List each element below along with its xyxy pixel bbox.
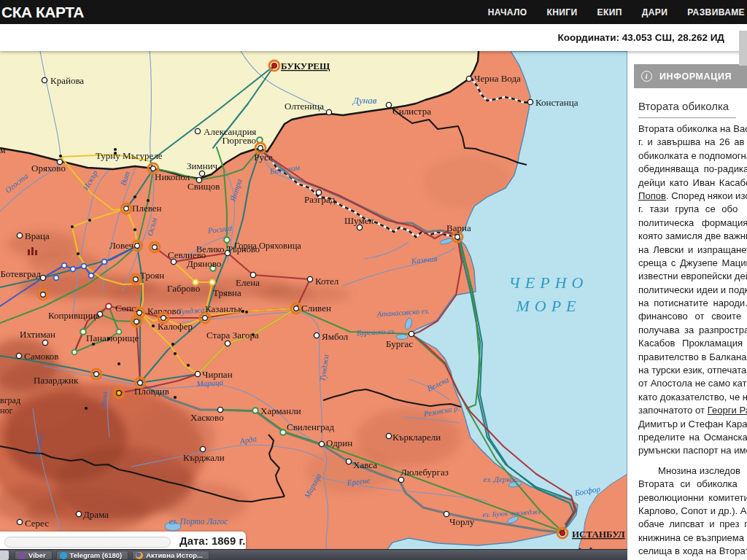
city-marker-core[interactable] [272, 63, 277, 69]
city-marker-Александрия[interactable] [195, 128, 200, 133]
city-marker-core[interactable] [133, 277, 139, 282]
city-marker-core[interactable] [135, 244, 140, 249]
nav-item-nachalo[interactable]: НАЧАЛО [488, 7, 527, 18]
route-node[interactable] [71, 267, 76, 272]
city-marker-Ямбол[interactable] [314, 332, 319, 338]
city-marker-Свиленград[interactable] [280, 429, 286, 435]
city-label-Люлебургаз: Люлебургаз [400, 467, 449, 478]
nav-item-ekip[interactable]: ЕКИП [597, 7, 622, 18]
waypoint-dot[interactable] [171, 343, 174, 346]
sidebar-text-line: дейци като Иван Касабо [638, 176, 747, 190]
city-marker-core[interactable] [560, 531, 565, 536]
city-marker-core[interactable] [117, 391, 122, 396]
city-marker-core[interactable] [94, 372, 99, 377]
city-label-Крайова: Крайова [50, 75, 84, 86]
city-marker-Одрин[interactable] [319, 441, 324, 446]
city-marker-Ботевград[interactable] [40, 275, 45, 280]
city-marker-Сопот[interactable] [106, 303, 112, 309]
taskbar-app-viber[interactable]: Viber [15, 551, 53, 560]
city-marker-Черна Вода[interactable] [466, 76, 471, 81]
sidebar-link[interactable]: Георги Ра [708, 405, 747, 416]
map-canvas[interactable]: КрайоваБУКУРЕЩАлександрияОлтеницаТурну М… [0, 51, 627, 560]
city-marker-core[interactable] [294, 306, 299, 311]
city-label-Драма: Драма [83, 509, 109, 520]
city-marker-Враца[interactable] [17, 233, 22, 238]
city-marker-core[interactable] [124, 206, 129, 211]
waypoint-dot[interactable] [133, 195, 136, 198]
city-label-Сливен: Сливен [301, 303, 331, 314]
city-marker-core[interactable] [455, 235, 460, 240]
city-marker-Горна Оряховица[interactable] [224, 237, 230, 243]
waypoint-dot[interactable] [174, 352, 177, 355]
waypoint-dot[interactable] [174, 396, 177, 399]
city-marker-core[interactable] [152, 245, 158, 250]
main-nav: НАЧАЛОКНИГИЕКИПДАРИРАЗВИВАМЕ [488, 7, 745, 18]
sidebar-text-line: Втората обиколка на Васи [638, 122, 747, 136]
city-marker-Чорлу[interactable] [444, 511, 449, 516]
city-marker-Драма[interactable] [76, 511, 81, 516]
city-marker-Силистра[interactable] [386, 102, 391, 107]
taskbar-app-firefox[interactable]: Активна Истор... [132, 551, 209, 560]
city-marker-Кърджали[interactable] [200, 446, 205, 451]
route-node[interactable] [89, 273, 94, 279]
waypoint-dot[interactable] [85, 407, 88, 410]
city-marker-Панагюрище[interactable] [80, 329, 86, 335]
city-marker-Харманли[interactable] [252, 408, 258, 413]
city-marker-core[interactable] [138, 381, 143, 386]
city-label-Трявна: Трявна [213, 287, 241, 298]
city-marker-Кърклaрели[interactable] [386, 433, 391, 438]
taskbar-app-telegram[interactable]: Telegram (6180) [56, 551, 129, 560]
route-node[interactable] [72, 350, 77, 355]
city-marker-core[interactable] [41, 292, 46, 298]
waypoint-dot[interactable] [187, 364, 190, 367]
city-marker-Хавса[interactable] [346, 459, 351, 464]
city-marker-Трявна[interactable] [209, 279, 215, 285]
city-marker-Котел[interactable] [307, 276, 312, 281]
city-marker-Стара Загора[interactable] [225, 341, 230, 346]
waypoint-dot[interactable] [147, 199, 150, 202]
waypoint-dot[interactable] [245, 311, 248, 314]
nav-item-dari[interactable]: ДАРИ [642, 7, 667, 18]
city-marker-Чирпан[interactable] [195, 371, 200, 376]
sidebar-text-line: Карлово, Сопот и др.). Ав [638, 505, 747, 518]
city-marker-core[interactable] [134, 319, 139, 324]
sidebar-link[interactable]: Попов [638, 190, 666, 201]
city-marker-Зимнич[interactable] [199, 171, 204, 176]
route-node[interactable] [82, 264, 87, 269]
city-marker-Самоков[interactable] [16, 353, 21, 358]
scrollbar-thumb[interactable] [739, 31, 747, 66]
waypoint-dot[interactable] [117, 362, 120, 365]
city-marker-Серес[interactable] [17, 519, 22, 524]
city-marker-Люлебургаз[interactable] [398, 477, 403, 482]
waypoint-dot[interactable] [152, 324, 155, 327]
route-node[interactable] [62, 263, 67, 268]
waypoint-dot[interactable] [71, 225, 74, 228]
city-marker-Крайова[interactable] [42, 77, 47, 82]
city-label-ног: ног [0, 405, 12, 416]
city-marker-core[interactable] [203, 316, 208, 321]
sidebar-text-line: обединяваща по-радика [638, 163, 747, 176]
city-label-Елена: Елена [236, 277, 260, 288]
city-label-Одрин: Одрин [326, 438, 352, 448]
city-marker-core[interactable] [137, 311, 142, 316]
sidebar-text-line: получава за разпростра [638, 324, 747, 337]
timeline-slider[interactable] [4, 537, 171, 548]
city-marker-Констанца[interactable] [527, 99, 533, 104]
taskbar-edge-button[interactable] [0, 551, 9, 560]
waypoint-dot[interactable] [77, 252, 80, 255]
city-marker-core[interactable] [151, 166, 156, 171]
city-marker-core[interactable] [258, 146, 263, 151]
waypoint-dot[interactable] [88, 219, 91, 222]
waypoint-dot[interactable] [59, 155, 62, 158]
route-node[interactable] [102, 260, 107, 265]
nav-item-knigi[interactable]: КНИГИ [547, 7, 578, 18]
city-marker-Олтеница[interactable] [326, 109, 331, 114]
nav-item-razvivame[interactable]: РАЗВИВАМЕ [687, 7, 745, 18]
city-marker-Бургас[interactable] [409, 331, 414, 336]
route-node[interactable] [54, 276, 59, 281]
info-panel-header[interactable]: i ИНФОРМАЦИЯ [634, 64, 747, 88]
city-marker-core[interactable] [161, 316, 166, 321]
waypoint-dot[interactable] [133, 228, 136, 231]
city-marker-Ихтиман[interactable] [42, 340, 47, 345]
telegram-icon [60, 552, 67, 559]
